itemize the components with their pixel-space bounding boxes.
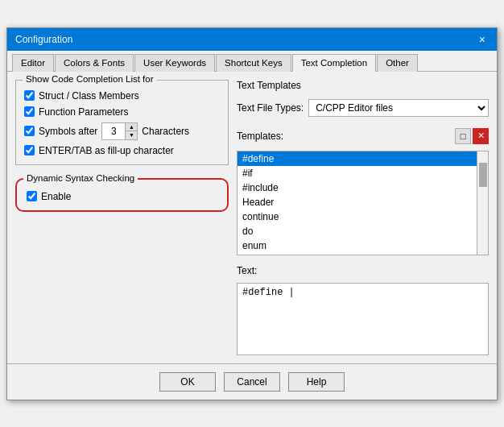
tab-user-keywords[interactable]: User Keywords — [134, 54, 215, 72]
symbols-row: Symbols after ▲ ▼ Characters — [24, 122, 220, 140]
spinner-up-button[interactable]: ▲ — [126, 123, 137, 131]
delete-template-icon: ✕ — [477, 131, 485, 141]
cancel-button[interactable]: Cancel — [224, 372, 280, 392]
tab-shortcut-keys[interactable]: Shortcut Keys — [216, 54, 291, 72]
check-enter-tab-checkbox[interactable] — [24, 145, 35, 155]
dynamic-syntax-group: Dynamic Syntax Checking Enable — [15, 178, 229, 212]
enable-label: Enable — [41, 191, 71, 202]
list-item[interactable]: Header — [238, 195, 477, 209]
symbols-spinner: ▲ ▼ — [101, 122, 138, 140]
text-label: Text: — [237, 265, 489, 276]
tab-editor[interactable]: Editor — [12, 54, 54, 72]
dialog-title: Configuration — [15, 34, 72, 45]
tab-other[interactable]: Other — [377, 54, 418, 72]
check-struct-members: Struct / Class Members — [24, 90, 220, 102]
check-function-label: Function Parameters — [39, 106, 128, 118]
new-template-button[interactable]: □ — [455, 128, 471, 144]
enable-check-row: Enable — [27, 191, 217, 202]
spinner-down-button[interactable]: ▼ — [126, 131, 137, 139]
tab-text-completion[interactable]: Text Completion — [292, 54, 376, 72]
list-item[interactable]: #define — [238, 151, 477, 166]
template-icons: □ ✕ — [455, 128, 489, 144]
close-button[interactable]: × — [476, 33, 489, 46]
right-panel: Text Templates Text File Types: C/CPP Ed… — [237, 80, 489, 355]
check-enter-tab: ENTER/TAB as fill-up character — [24, 145, 220, 156]
check-function-checkbox[interactable] — [24, 106, 35, 117]
file-types-row: Text File Types: C/CPP Editor files HTML… — [237, 99, 489, 117]
left-panel: Show Code Completion List for Struct / C… — [15, 80, 229, 355]
footer: OK Cancel Help — [7, 363, 497, 400]
delete-template-button[interactable]: ✕ — [473, 128, 489, 144]
title-bar: Configuration × — [7, 28, 497, 51]
enable-checkbox[interactable] — [27, 191, 37, 201]
check-function-params: Function Parameters — [24, 106, 220, 118]
dynamic-syntax-title: Dynamic Syntax Checking — [23, 173, 138, 183]
characters-label: Characters — [142, 126, 189, 137]
help-button[interactable]: Help — [288, 372, 345, 392]
check-struct-checkbox[interactable] — [24, 90, 35, 101]
tab-colors-fonts[interactable]: Colors & Fonts — [55, 54, 134, 72]
scrollbar-thumb — [479, 163, 487, 187]
text-area[interactable]: #define | — [237, 283, 489, 355]
configuration-dialog: Configuration × Editor Colors & Fonts Us… — [6, 27, 498, 400]
new-template-icon: □ — [461, 131, 466, 141]
check-struct-label: Struct / Class Members — [39, 90, 139, 102]
list-item[interactable]: #if — [238, 166, 477, 180]
templates-label: Templates: — [237, 131, 283, 142]
list-item[interactable]: #include — [238, 180, 477, 195]
templates-scrollbar[interactable] — [477, 151, 488, 255]
file-types-label: Text File Types: — [237, 102, 304, 114]
symbols-after-prefix: Symbols after — [39, 126, 97, 137]
text-templates-title: Text Templates — [237, 80, 489, 91]
list-item[interactable]: continue — [238, 209, 477, 224]
show-code-completion-title: Show Code Completion List for — [23, 74, 157, 84]
check-symbols-checkbox[interactable] — [24, 126, 35, 136]
ok-button[interactable]: OK — [159, 372, 216, 392]
list-item[interactable]: do — [238, 224, 477, 238]
main-content: Show Code Completion List for Struct / C… — [7, 72, 497, 363]
tab-bar: Editor Colors & Fonts User Keywords Shor… — [7, 51, 497, 72]
list-item[interactable]: enum — [238, 238, 477, 253]
templates-list: #define #if #include Header continue do … — [237, 151, 489, 255]
check-enter-tab-label: ENTER/TAB as fill-up character — [39, 145, 174, 156]
file-types-select[interactable]: C/CPP Editor files HTML files Other file… — [308, 99, 489, 117]
templates-header: Templates: □ ✕ — [237, 128, 489, 144]
show-code-completion-group: Show Code Completion List for Struct / C… — [15, 80, 229, 165]
templates-list-items: #define #if #include Header continue do … — [238, 151, 477, 255]
symbols-input[interactable] — [102, 125, 125, 138]
spinner-buttons: ▲ ▼ — [125, 123, 137, 139]
